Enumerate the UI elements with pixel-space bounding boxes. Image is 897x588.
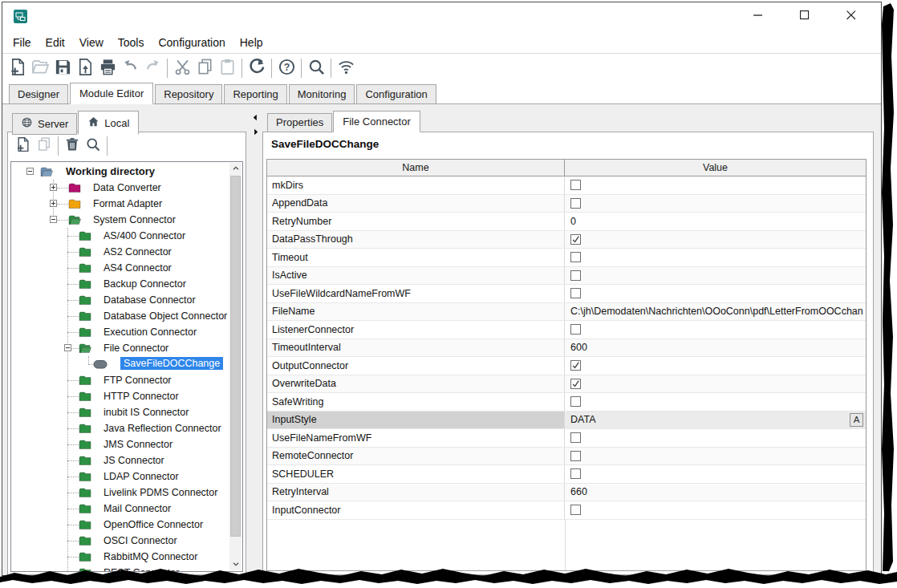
open-folder-button[interactable] [29,57,51,79]
tree-item-format-adapter[interactable]: Format Adapter [11,196,229,212]
tree-item-backup-connector[interactable]: Backup Connector [11,276,229,292]
property-row-overwritedata[interactable]: OverwriteData [267,375,866,394]
menu-item-edit[interactable]: Edit [39,34,72,51]
scroll-up-button[interactable] [229,163,242,175]
tree-item-ldap-connector[interactable]: LDAP Connector [11,468,229,485]
tree-item-rest-connector[interactable]: REST Connector [11,565,229,572]
tree-scrollbar[interactable] [229,163,242,570]
property-value[interactable]: 600 [565,339,866,357]
tree-item-inubit-is-connector[interactable]: inubit IS Connector [11,404,229,420]
expand-toggle-icon[interactable] [50,200,57,207]
checkbox-overwritedata-checked[interactable] [570,379,581,389]
trash-button[interactable] [62,136,83,156]
tree-item-livelink-pdms-connector[interactable]: Livelink PDMS Connector [11,485,229,501]
property-value[interactable]: 0 [565,213,866,230]
tab-configuration[interactable]: Configuration [356,84,436,104]
property-value[interactable]: 660 [565,484,866,501]
tree-item-as-400-connector[interactable]: AS/400 Connector [11,228,229,244]
menu-item-configuration[interactable]: Configuration [151,34,232,51]
checkbox-listenerconnector-unchecked[interactable] [570,324,581,335]
checkbox-appenddata-unchecked[interactable] [570,198,581,209]
property-value[interactable] [565,375,866,393]
tree-item-file-connector[interactable]: File Connector [11,340,229,356]
tree-item-execution-connector[interactable]: Execution Connector [11,324,229,340]
tree-item-database-connector[interactable]: Database Connector [11,292,229,308]
property-row-usefilenamefromwf[interactable]: UseFileNameFromWF [267,429,866,448]
checkbox-timeout-unchecked[interactable] [570,252,581,262]
search-button[interactable] [83,136,104,156]
property-value[interactable]: C:\jh\Demodaten\Nachrichten\OOoConn\pdf\… [565,303,866,321]
tab-file-connector[interactable]: File Connector [333,111,420,132]
checkbox-datapassthrough-checked[interactable] [570,234,581,245]
panel-splitter[interactable] [250,111,261,135]
property-value[interactable] [565,195,866,213]
property-row-retrynumber[interactable]: RetryNumber0 [267,213,866,231]
property-value[interactable] [565,465,866,483]
copy-button[interactable] [34,136,55,156]
property-row-remoteconnector[interactable]: RemoteConnector [267,448,866,466]
property-row-timeoutinterval[interactable]: TimeoutInterval600 [267,339,866,358]
property-value[interactable] [565,429,866,447]
tree-item-as2-connector[interactable]: AS2 Connector [11,244,229,260]
property-row-appenddata[interactable]: AppendData [267,195,866,213]
tree-item-java-reflection-connector[interactable]: Java Reflection Connector [11,420,229,436]
expand-toggle-icon[interactable] [50,184,57,191]
tree-item-js-connector[interactable]: JS Connector [11,452,229,468]
property-row-timeout[interactable]: Timeout [267,249,866,267]
scroll-down-button[interactable] [229,558,242,570]
minimize-button[interactable] [735,5,781,29]
collapse-toggle-icon[interactable] [50,216,57,223]
help-button[interactable]: ? [275,57,298,79]
tree-item-http-connector[interactable]: HTTP Connector [11,388,229,404]
refresh-button[interactable] [246,57,268,79]
value-editor-button[interactable]: A [850,413,863,427]
property-value[interactable] [565,285,866,302]
tab-reporting[interactable]: Reporting [224,84,286,104]
property-value[interactable] [565,249,866,266]
paste-button[interactable] [216,57,238,79]
menu-item-view[interactable]: View [72,34,111,51]
property-row-inputconnector[interactable]: InputConnector [267,501,866,520]
property-row-safewriting[interactable]: SafeWriting [267,393,866,412]
collapse-toggle-icon[interactable] [26,168,34,175]
property-row-datapassthrough[interactable]: DataPassThrough [267,231,866,249]
menu-item-help[interactable]: Help [233,34,270,51]
checkbox-safewriting-unchecked[interactable] [570,396,581,407]
checkbox-outputconnector-checked[interactable] [570,360,581,371]
tree-item-as4-connector[interactable]: AS4 Connector [11,260,229,276]
property-value[interactable] [565,267,866,285]
tree-item-database-object-connector[interactable]: Database Object Connector [11,308,229,324]
property-row-usefilewildcardnamefromwf[interactable]: UseFileWildcardNameFromWF [267,285,866,303]
checkbox-isactive-unchecked[interactable] [570,270,581,281]
save-button[interactable] [51,57,74,79]
tree-item-openoffice-connector[interactable]: OpenOffice Connector [11,517,229,533]
property-row-listenerconnector[interactable]: ListenerConnector [267,321,866,339]
property-row-isactive[interactable]: IsActive [267,267,866,286]
checkbox-remoteconnector-unchecked[interactable] [570,451,581,461]
checkbox-scheduler-unchecked[interactable] [570,468,581,479]
tab-monitoring[interactable]: Monitoring [289,84,355,104]
collapse-toggle-icon[interactable] [64,344,71,351]
tree-item-ftp-connector[interactable]: FTP Connector [11,372,229,388]
new-file-button[interactable] [6,57,29,79]
checkbox-mkdirs-unchecked[interactable] [570,180,581,190]
tree-item-savefiledocchange[interactable]: SaveFileDOCChange [11,356,229,372]
property-row-scheduler[interactable]: SCHEDULER [267,465,866,484]
tab-local[interactable]: Local [78,111,139,135]
tree-item-system-connector[interactable]: System Connector [11,212,229,228]
import-file-button[interactable] [74,57,96,79]
tree-item-working-directory[interactable]: Working directory [11,164,229,180]
property-value[interactable] [565,176,866,194]
copy-button[interactable] [193,57,216,79]
property-value[interactable]: DATAA [565,412,866,429]
tab-server[interactable]: Server [12,113,77,135]
tab-properties[interactable]: Properties [267,113,332,132]
property-value[interactable] [565,231,866,249]
tree-item-jms-connector[interactable]: JMS Connector [11,436,229,452]
property-value[interactable] [565,321,866,339]
new-file-button[interactable] [13,136,34,156]
checkbox-inputconnector-unchecked[interactable] [570,505,581,515]
property-row-filename[interactable]: FileNameC:\jh\Demodaten\Nachrichten\OOoC… [267,303,866,322]
property-value[interactable] [565,393,866,411]
checkbox-usefilewildcardnamefromwf-unchecked[interactable] [570,288,581,298]
